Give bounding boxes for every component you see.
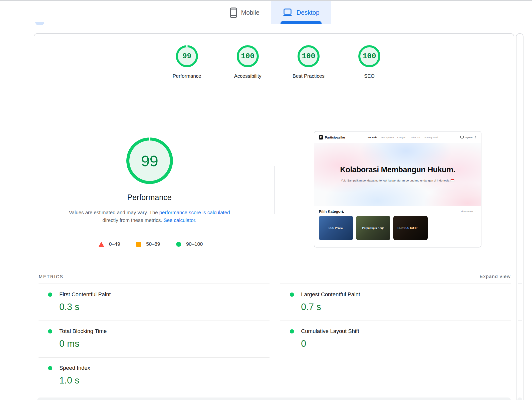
tab-mobile[interactable]: Mobile <box>218 1 271 24</box>
scores-divider <box>38 94 510 94</box>
metric-largest-contentful-paint: Largest Contentful Paint 0.7 s <box>290 291 360 312</box>
metric-total-blocking-time: Total Blocking Time 0 ms <box>48 328 107 349</box>
thumb-hero-subtitle: Yuk! Sampaikan pendapatmu terkait isu pe… <box>314 179 481 182</box>
metric-speed-index: Speed Index 1.0 s <box>48 365 90 386</box>
thumb-theme-select: System <box>460 136 476 139</box>
tab-desktop[interactable]: Desktop <box>271 1 331 24</box>
performance-score-ring: 99 <box>176 45 198 67</box>
score-performance[interactable]: 99 Performance <box>157 45 217 79</box>
device-tabbar: Mobile Desktop <box>0 1 532 24</box>
column-divider <box>274 166 275 214</box>
indonesia-flag-icon <box>450 179 454 182</box>
page-screenshot-thumbnail[interactable]: P Partisipasiku Beranda PendapatKu Kateg… <box>314 131 481 248</box>
accessibility-score-value: 100 <box>241 52 254 60</box>
pass-dot-icon <box>48 292 52 297</box>
performance-score-label: Performance <box>157 73 217 79</box>
metrics-section-title: METRICS <box>39 274 64 280</box>
tab-mobile-label: Mobile <box>241 9 259 16</box>
pass-dot-icon <box>48 329 52 334</box>
thumb-card-ghost-text: RKUHP <box>397 226 406 229</box>
metric-value: 0 <box>301 338 359 349</box>
best-practices-score-value: 100 <box>302 52 315 60</box>
accessibility-score-ring: 100 <box>237 45 259 67</box>
tab-desktop-label: Desktop <box>297 9 320 16</box>
score-seo[interactable]: 100 SEO <box>339 45 400 79</box>
thumb-card-perpu-cipta-kerja: Perpu Cipta Kerja <box>356 216 390 240</box>
thumb-hero: Kolaborasi Membangun Hukum. Yuk! Sampaik… <box>314 143 481 206</box>
metrics-divider <box>280 284 511 284</box>
see-calculator-link[interactable]: See calculator. <box>164 218 196 223</box>
legend-pass-range: 90–100 <box>186 241 203 247</box>
collapsed-section-bar <box>37 398 511 400</box>
metric-name: First Contentful Paint <box>59 291 111 298</box>
fail-triangle-icon <box>99 242 104 247</box>
average-square-icon <box>136 242 141 247</box>
expand-view-button[interactable]: Expand view <box>480 274 511 279</box>
thumb-see-all-link: Lihat Semua → <box>461 210 476 213</box>
metrics-divider <box>39 357 270 358</box>
seo-score-value: 100 <box>363 52 376 60</box>
thumb-card-ruu-kuhp: RKUHP RUU KUHP <box>393 216 428 240</box>
metric-cumulative-layout-shift: Cumulative Layout Shift 0 <box>290 328 359 349</box>
metric-name: Cumulative Layout Shift <box>301 328 359 334</box>
score-description: Values are estimated and may vary. The p… <box>52 209 247 224</box>
pass-circle-icon <box>176 242 181 247</box>
thumb-hero-title: Kolaborasi Membangun Hukum. <box>314 165 481 174</box>
thumb-category-header: Pilih Kategori. Lihat Semua → <box>314 206 481 216</box>
thumb-category-cards: RUU Penilai Perpu Cipta Kerja RKUHP RUU … <box>314 216 481 240</box>
pass-dot-icon <box>290 292 294 297</box>
thumb-brand: P Partisipasiku <box>319 135 345 140</box>
legend-fail: 0–49 <box>99 241 120 247</box>
performance-gauge-title: Performance <box>34 193 264 202</box>
metric-first-contentful-paint: First Contentful Paint 0.3 s <box>48 291 111 312</box>
description-text-2: directly from these metrics. <box>102 218 164 223</box>
metric-name: Largest Contentful Paint <box>301 291 360 298</box>
partial-card-edge <box>516 33 523 400</box>
metric-name: Speed Index <box>59 365 90 371</box>
thumb-theme-label: System <box>465 136 473 139</box>
score-accessibility[interactable]: 100 Accessibility <box>217 45 278 79</box>
score-legend: 0–49 50–89 90–100 <box>34 241 267 247</box>
thumb-nav-item: Tentang Kami <box>423 136 438 139</box>
legend-average-range: 50–89 <box>146 241 160 247</box>
metric-value: 1.0 s <box>59 375 90 386</box>
metrics-divider <box>39 284 270 284</box>
thumb-nav-item: Beranda <box>368 136 377 139</box>
pass-dot-icon <box>290 329 294 334</box>
best-practices-score-label: Best Practices <box>278 73 339 79</box>
scrolled-element-remnant <box>35 22 44 25</box>
metric-name: Total Blocking Time <box>59 328 107 334</box>
metric-value: 0 ms <box>59 338 107 349</box>
metric-value: 0.7 s <box>301 302 360 312</box>
seo-score-ring: 100 <box>358 45 380 67</box>
thumb-nav-item: Daftar Isu <box>410 136 420 139</box>
seo-score-label: SEO <box>339 73 400 79</box>
monitor-icon <box>460 136 464 139</box>
thumb-brand-name: Partisipasiku <box>325 136 345 139</box>
pass-dot-icon <box>48 366 52 370</box>
best-practices-score-ring: 100 <box>298 45 320 67</box>
select-chevrons-icon <box>475 136 476 139</box>
score-best-practices[interactable]: 100 Best Practices <box>278 45 339 79</box>
thumb-category-title: Pilih Kategori. <box>319 209 344 214</box>
performance-score-value: 99 <box>182 52 191 60</box>
legend-pass: 90–100 <box>176 241 203 247</box>
calculation-link[interactable]: performance score is calculated <box>159 210 230 215</box>
legend-fail-range: 0–49 <box>109 241 120 247</box>
mobile-phone-icon <box>230 8 237 18</box>
description-text-1: Values are estimated and may vary. The <box>69 210 159 215</box>
tab-selected-indicator <box>281 21 322 24</box>
thumb-site-header: P Partisipasiku Beranda PendapatKu Kateg… <box>314 132 481 143</box>
category-scores-row: 99 Performance 100 Accessibility 100 Bes… <box>34 45 514 79</box>
desktop-laptop-icon <box>283 8 293 17</box>
thumb-nav-item: PendapatKu <box>381 136 394 139</box>
thumb-card-ruu-penilai: RUU Penilai <box>319 216 353 240</box>
metrics-divider <box>39 320 270 321</box>
legend-average: 50–89 <box>136 241 160 247</box>
metric-value: 0.3 s <box>59 302 111 312</box>
performance-gauge: 99 <box>126 138 173 184</box>
thumb-nav-item: Kategori <box>397 136 406 139</box>
device-tabs: Mobile Desktop <box>218 1 331 24</box>
thumb-brand-logo: P <box>319 135 323 140</box>
thumb-nav: Beranda PendapatKu Kategori Daftar Isu T… <box>368 136 438 139</box>
